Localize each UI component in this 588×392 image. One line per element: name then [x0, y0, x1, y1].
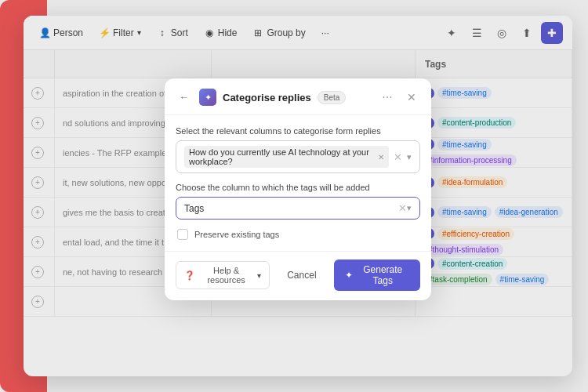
section2-label: Choose the column to which the tags will…: [176, 183, 420, 192]
preserve-checkbox[interactable]: [177, 229, 188, 240]
tags-chevron-icon: ▾: [407, 203, 412, 213]
main-window: 👤 Person ⚡ Filter ▾ ↕ Sort ◉ Hide ⊞ Grou…: [24, 16, 572, 376]
preserve-label: Preserve existing tags: [194, 230, 279, 239]
back-arrow-icon: ←: [180, 92, 189, 103]
modal-more-icon: ···: [382, 90, 392, 104]
chip-close-icon[interactable]: ✕: [378, 153, 384, 162]
section1-label: Select the relevant columns to categoris…: [176, 126, 420, 136]
section-1: Select the relevant columns to categoris…: [176, 126, 420, 173]
preserve-row: Preserve existing tags: [176, 229, 420, 240]
modal-close-button[interactable]: ✕: [403, 89, 420, 106]
modal-title: Categorise replies: [223, 92, 311, 103]
tags-field-text: Tags: [184, 203, 398, 214]
help-button[interactable]: ❓ Help & resources ▾: [176, 261, 270, 289]
tags-select[interactable]: Tags ✕ ▾: [176, 197, 420, 220]
sparkle-icon: ✦: [345, 270, 353, 281]
help-label: Help & resources: [198, 266, 254, 285]
generate-label: Generate Tags: [357, 264, 409, 286]
field-chevron-icon: ▾: [407, 152, 412, 162]
cancel-button[interactable]: Cancel: [276, 265, 327, 285]
help-chevron-icon: ▾: [257, 271, 261, 280]
close-icon: ✕: [407, 91, 416, 103]
modal-body: Select the relevant columns to categoris…: [165, 115, 431, 251]
generate-button[interactable]: ✦ Generate Tags: [334, 260, 420, 291]
beta-badge: Beta: [318, 91, 347, 104]
modal-back-button[interactable]: ←: [176, 89, 193, 106]
categorise-modal: ← ✦ Categorise replies Beta ··· ✕: [165, 78, 431, 300]
column-select[interactable]: How do you currently use AI technology a…: [176, 140, 420, 173]
modal-more-button[interactable]: ···: [378, 88, 397, 107]
content-area: Tags + aspiration in the creation of m..…: [24, 50, 572, 376]
tags-clear-icon[interactable]: ✕: [398, 202, 407, 214]
modal-overlay: ← ✦ Categorise replies Beta ··· ✕: [24, 50, 572, 376]
chip-text: How do you currently use AI technology a…: [189, 147, 375, 166]
selected-chip: How do you currently use AI technology a…: [184, 146, 389, 168]
field-clear-icon[interactable]: ✕: [394, 151, 402, 163]
ai-icon: ✦: [199, 89, 216, 106]
modal-footer: ❓ Help & resources ▾ Cancel ✦ Generate T…: [165, 251, 431, 300]
modal-header: ← ✦ Categorise replies Beta ··· ✕: [165, 78, 431, 115]
section-2: Choose the column to which the tags will…: [176, 183, 420, 220]
help-icon: ❓: [184, 270, 195, 281]
